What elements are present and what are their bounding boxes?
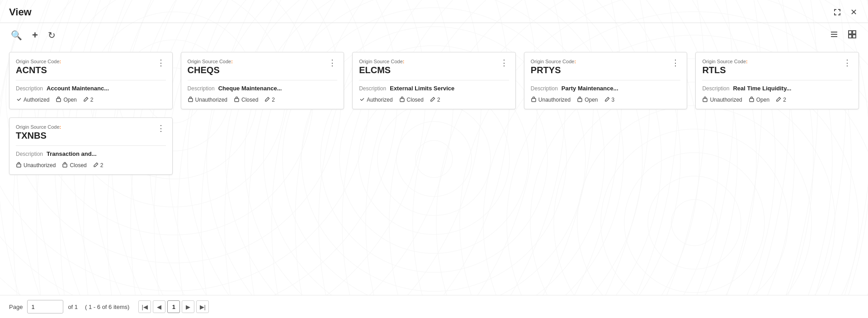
auth-label: Authorized [24, 97, 49, 103]
card-menu-button[interactable]: ⋮ [327, 59, 337, 67]
description-label: Description [188, 85, 215, 92]
svg-rect-9 [235, 98, 239, 102]
unauthorized-icon [16, 162, 22, 169]
main-window: View ✕ 🔍 + ↻ [0, 0, 868, 318]
card-txnbs: Origin Source Code: TXNBS ⋮ Description … [9, 117, 173, 175]
edit-count: 2 [264, 96, 275, 103]
open-label: Open [63, 97, 76, 103]
pagination-controls: |◀ ◀ 1 ▶ ▶| [138, 300, 209, 313]
search-icon: 🔍 [11, 30, 22, 41]
card-cheqs: Origin Source Code: CHEQS ⋮ Description … [181, 52, 344, 109]
auth-status: Authorized [359, 96, 392, 103]
description-label: Description [16, 151, 43, 157]
card-menu-button[interactable]: ⋮ [156, 124, 166, 132]
card-acnts: Origin Source Code: ACNTS ⋮ Description … [9, 52, 173, 109]
card-description-row: Description Cheque Maintenance... [188, 85, 338, 92]
edit-count: 2 [93, 162, 104, 169]
card-status-row: Unauthorized Open 3 [531, 96, 681, 103]
edit-count-value: 2 [100, 162, 104, 168]
card-header: Origin Source Code: PRTYS ⋮ [531, 59, 681, 75]
card-rtls: Origin Source Code: RTLS ⋮ Description R… [695, 52, 859, 109]
edit-icon [430, 96, 436, 103]
card-menu-button[interactable]: ⋮ [842, 59, 852, 67]
description-label: Description [359, 85, 386, 92]
open-label: Open [585, 97, 598, 103]
edit-count: 3 [604, 96, 615, 103]
edit-count-value: 2 [90, 97, 94, 103]
card-description-row: Description Account Maintenanc... [16, 85, 166, 92]
refresh-button[interactable]: ↻ [46, 28, 57, 42]
card-code: ACNTS [16, 65, 61, 75]
card-menu-button[interactable]: ⋮ [499, 59, 509, 67]
svg-rect-4 [853, 31, 856, 34]
list-view-button[interactable] [827, 28, 841, 42]
lock-icon [749, 96, 755, 103]
page-number-1[interactable]: 1 [167, 300, 180, 313]
card-divider [531, 80, 681, 80]
page-info: ( 1 - 6 of 6 items) [85, 304, 129, 310]
prev-page-button[interactable]: ◀ [153, 300, 165, 313]
last-page-button[interactable]: ▶| [196, 300, 209, 313]
open-label: Closed [70, 162, 86, 168]
card-code: TXNBS [16, 131, 61, 141]
toolbar-left: 🔍 + ↻ [9, 28, 57, 43]
unauthorized-icon [188, 96, 193, 103]
auth-status: Authorized [16, 96, 49, 103]
svg-rect-10 [400, 98, 404, 102]
svg-rect-3 [849, 31, 852, 34]
card-header: Origin Source Code: RTLS ⋮ [702, 59, 852, 75]
card-divider [188, 80, 338, 80]
svg-rect-7 [57, 98, 61, 102]
description-label: Description [16, 85, 43, 92]
lock-icon [399, 96, 405, 103]
next-page-button[interactable]: ▶ [182, 300, 194, 313]
card-code: RTLS [702, 65, 747, 75]
card-code: CHEQS [188, 65, 233, 75]
open-label: Open [756, 97, 769, 103]
add-icon: + [32, 29, 38, 41]
description-value: Party Maintenance... [561, 85, 618, 92]
unauthorized-icon [702, 96, 708, 103]
svg-rect-12 [578, 98, 582, 102]
page-input[interactable] [27, 300, 63, 313]
card-menu-button[interactable]: ⋮ [156, 59, 166, 67]
open-status: Closed [234, 96, 258, 103]
maximize-button[interactable] [831, 6, 843, 18]
card-divider [16, 145, 166, 146]
edit-icon [776, 96, 782, 103]
card-status-row: Authorized Open 2 [16, 96, 166, 103]
edit-count-value: 3 [612, 97, 615, 103]
origin-label: Origin Source Code: [531, 59, 576, 64]
card-menu-button[interactable]: ⋮ [670, 59, 680, 67]
open-status: Open [56, 96, 76, 103]
edit-count: 2 [83, 96, 94, 103]
svg-rect-16 [63, 164, 67, 167]
search-button[interactable]: 🔍 [9, 28, 24, 42]
svg-rect-14 [750, 98, 754, 102]
svg-rect-11 [532, 98, 536, 102]
open-status: Open [577, 96, 598, 103]
open-label: Closed [241, 97, 258, 103]
origin-label: Origin Source Code: [702, 59, 747, 64]
card-description-row: Description Real Time Liquidity... [702, 85, 852, 92]
close-button[interactable]: ✕ [849, 5, 859, 19]
cards-grid-row2: Origin Source Code: TXNBS ⋮ Description … [9, 117, 859, 175]
grid-view-button[interactable] [845, 28, 859, 42]
first-page-button[interactable]: |◀ [138, 300, 151, 313]
card-divider [16, 80, 166, 80]
add-button[interactable]: + [30, 28, 40, 43]
description-value: Cheque Maintenance... [218, 85, 282, 92]
card-description-row: Description Transaction and... [16, 150, 166, 157]
open-status: Open [749, 96, 769, 103]
lock-icon [577, 96, 583, 103]
auth-label: Unauthorized [538, 97, 571, 103]
svg-rect-6 [853, 35, 856, 38]
description-value: Account Maintenanc... [47, 85, 109, 92]
card-status-row: Unauthorized Open 2 [702, 96, 852, 103]
page-label: Page [9, 304, 23, 310]
page-title: View [9, 6, 32, 18]
open-label: Closed [407, 97, 424, 103]
toolbar: 🔍 + ↻ [0, 23, 868, 47]
edit-icon [93, 162, 99, 169]
authorized-icon [16, 96, 22, 103]
